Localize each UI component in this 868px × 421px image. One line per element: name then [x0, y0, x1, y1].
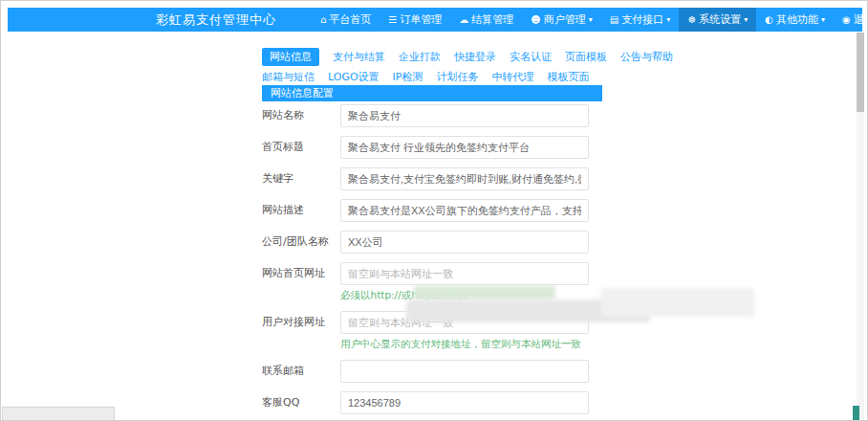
chevron-down-icon: ▾ — [589, 15, 593, 24]
field-input-8[interactable] — [340, 360, 589, 383]
nav-item-3[interactable]: ☁结算管理 — [450, 8, 522, 32]
tab-row2-5[interactable]: 中转代理 — [491, 70, 533, 84]
nav-item-2[interactable]: ☰订单管理 — [380, 8, 450, 32]
nav-item-label: 系统设置 — [699, 12, 741, 27]
tab-row1-1[interactable]: 网站信息 — [262, 48, 319, 66]
field-input-9[interactable] — [340, 391, 589, 414]
field-label: 联系邮箱 — [262, 360, 333, 383]
field-wrap — [340, 167, 589, 190]
form-row-5: 公司/团队名称 — [262, 231, 606, 254]
field-label: 关键字 — [262, 167, 333, 190]
field-wrap — [340, 199, 589, 222]
field-input-3[interactable] — [340, 167, 589, 190]
floating-widget[interactable] — [853, 406, 859, 421]
page-title: 彩虹易支付管理中心 — [156, 8, 276, 32]
nav-item-7[interactable]: ◐其他功能▾ — [756, 8, 834, 32]
field-label: 网站描述 — [262, 199, 333, 222]
field-wrap — [340, 391, 589, 414]
field-label: 公司/团队名称 — [262, 231, 333, 254]
field-input-6[interactable] — [340, 262, 589, 285]
field-hint: 用户中心显示的支付对接地址，留空则与本站网址一致 — [340, 338, 589, 351]
chevron-down-icon: ▾ — [744, 15, 748, 24]
home-icon: ⌂ — [320, 8, 326, 32]
field-wrap — [340, 104, 589, 127]
tab-row2-4[interactable]: 计划任务 — [436, 70, 478, 84]
form-row-8: 联系邮箱 — [262, 360, 606, 383]
field-input-2[interactable] — [340, 136, 589, 159]
tab-row1-3[interactable]: 企业打款 — [399, 50, 441, 64]
form-row-4: 网站描述 — [262, 199, 606, 222]
form-row-3: 关键字 — [262, 167, 606, 190]
nav-item-6[interactable]: ☸系统设置▾ — [679, 8, 756, 32]
nav-item-label: 订单管理 — [400, 12, 442, 27]
nav-item-label: 平台首页 — [329, 12, 371, 27]
tab-row1-4[interactable]: 快捷登录 — [454, 50, 496, 64]
tab-row1-6[interactable]: 页面模板 — [565, 50, 607, 64]
field-label: 网站名称 — [262, 104, 333, 127]
admin-page: 彩虹易支付管理中心 ⌂平台首页☰订单管理☁结算管理☻商户管理▾▤支付接口▾☸系统… — [0, 0, 868, 421]
field-input-1[interactable] — [340, 104, 589, 127]
field-wrap — [340, 231, 589, 254]
field-label: 用户对接网址 — [262, 311, 333, 351]
card-icon: ▤ — [610, 8, 618, 32]
navbar-menu: ⌂平台首页☰订单管理☁结算管理☻商户管理▾▤支付接口▾☸系统设置▾◐其他功能▾◉… — [312, 8, 868, 32]
nav-item-label: 结算管理 — [471, 12, 513, 27]
top-navbar: 彩虹易支付管理中心 ⌂平台首页☰订单管理☁结算管理☻商户管理▾▤支付接口▾☸系统… — [8, 8, 862, 32]
tab-row2-3[interactable]: IP检测 — [393, 70, 423, 84]
form-row-2: 首页标题 — [262, 136, 606, 159]
circle-icon: ◐ — [765, 8, 773, 32]
gear-icon: ☸ — [687, 8, 696, 32]
tab-row-2: 邮箱与短信LOGO设置IP检测计划任务中转代理模板页面 — [262, 68, 855, 85]
cloud-icon: ☁ — [459, 8, 468, 32]
nav-item-label: 其他功能 — [776, 12, 818, 27]
user-icon: ☻ — [531, 8, 540, 32]
censored-blur-region — [414, 286, 555, 299]
nav-item-4[interactable]: ☻商户管理▾ — [522, 8, 600, 32]
field-input-4[interactable] — [340, 199, 589, 222]
site-info-form: 网站名称首页标题关键字网站描述公司/团队名称网站首页网址必须以http://或h… — [262, 104, 606, 421]
chevron-down-icon: ▾ — [666, 15, 670, 24]
form-row-9: 客服QQ — [262, 391, 606, 414]
tab-row1-7[interactable]: 公告与帮助 — [620, 50, 673, 64]
status-bar-tooltip — [2, 407, 115, 421]
orders-icon: ☰ — [388, 8, 397, 32]
field-wrap — [340, 136, 589, 159]
chevron-down-icon: ▾ — [821, 15, 825, 24]
nav-item-label: 商户管理 — [544, 12, 586, 27]
field-input-5[interactable] — [340, 231, 589, 254]
tab-row1-2[interactable]: 支付与结算 — [333, 50, 385, 64]
nav-item-label: 退出登录 — [854, 12, 868, 27]
tab-row1-5[interactable]: 实名认证 — [510, 50, 552, 64]
field-wrap — [340, 360, 589, 383]
tab-row2-1[interactable]: 邮箱与短信 — [262, 70, 315, 84]
nav-item-8[interactable]: ◉退出登录 — [834, 8, 868, 32]
tab-row2-6[interactable]: 模板页面 — [547, 70, 589, 84]
power-icon: ◉ — [842, 8, 851, 32]
nav-item-5[interactable]: ▤支付接口▾ — [601, 8, 679, 32]
field-label: 客服QQ — [262, 391, 333, 414]
tab-row-1: 网站信息支付与结算企业打款快捷登录实名认证页面模板公告与帮助 — [262, 48, 855, 65]
nav-item-1[interactable]: ⌂平台首页 — [312, 8, 380, 32]
settings-tabs: 网站信息支付与结算企业打款快捷登录实名认证页面模板公告与帮助 邮箱与短信LOGO… — [262, 48, 855, 88]
scrollbar-thumb[interactable] — [857, 33, 864, 112]
field-label: 网站首页网址 — [262, 262, 333, 302]
field-label: 首页标题 — [262, 136, 333, 159]
section-header: 网站信息配置 — [262, 85, 602, 101]
nav-item-label: 支付接口 — [621, 12, 663, 27]
form-row-1: 网站名称 — [262, 104, 606, 127]
censored-blur-region — [601, 288, 754, 317]
tab-row2-2[interactable]: LOGO设置 — [328, 70, 380, 84]
